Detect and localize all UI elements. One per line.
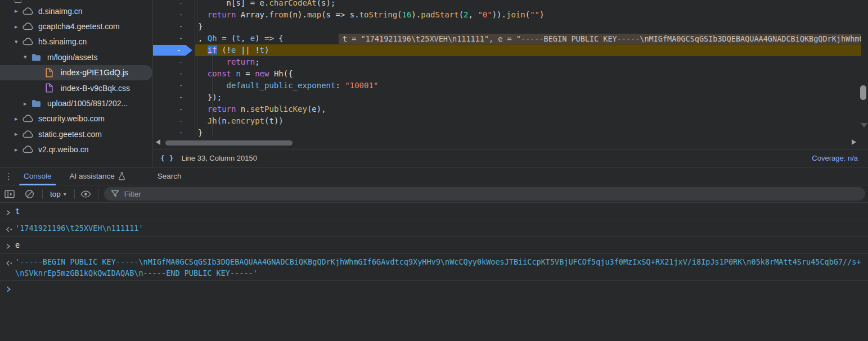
line-gutter[interactable]: - (153, 80, 195, 92)
pretty-print-button[interactable]: { } (160, 154, 173, 162)
chevron-down-icon[interactable]: ▾ (64, 191, 66, 197)
code-text[interactable]: default_public_exponent: "10001" (195, 80, 861, 92)
console-sidebar-icon[interactable] (5, 190, 15, 198)
code-token: Qh (208, 34, 217, 43)
code-token: ; (255, 57, 259, 66)
line-gutter[interactable]: - (153, 21, 195, 33)
chevron-right-icon[interactable]: ▸ (15, 7, 23, 15)
tree-item-label: security.weibo.com (38, 114, 105, 123)
hscroll-right-arrow-icon[interactable] (852, 139, 856, 145)
line-gutter[interactable]: - (153, 44, 195, 56)
code-editor[interactable]: - n[s] = e.charCodeAt(s);- return Array.… (153, 0, 868, 167)
code-text[interactable]: } (195, 127, 861, 139)
console-result-message: '1741921196\t25XVEH\n111111' (0, 220, 868, 237)
line-gutter[interactable]: - (153, 0, 195, 9)
code-token: const (208, 69, 231, 78)
line-gutter[interactable]: - (153, 56, 195, 68)
tree-item-gcaptcha4-geetest-com[interactable]: ▸gcaptcha4.geetest.com (0, 19, 152, 34)
code-text[interactable]: } (195, 21, 861, 33)
code-line[interactable]: -} (153, 127, 861, 139)
chevron-down-icon[interactable]: ▾ (15, 38, 23, 46)
code-text[interactable]: if (!e || !t) (195, 44, 861, 56)
coverage-link[interactable]: Coverage: n/a (812, 154, 858, 162)
tab-ai-assistance[interactable]: AI assistance (65, 167, 130, 185)
kebab-menu-icon[interactable]: ⋮ (5, 171, 12, 181)
vscroll-down-arrow-icon[interactable] (861, 123, 867, 128)
code-token: || ! (236, 46, 259, 54)
code-text[interactable]: Jh(n.encrypt(t)) (195, 115, 861, 127)
context-selector[interactable]: top (50, 190, 61, 198)
line-gutter[interactable]: - (153, 103, 195, 115)
code-token: = (241, 69, 255, 78)
chevron-right-icon[interactable]: ▸ (15, 146, 23, 153)
tree-item-index-b-v9cbqk-css[interactable]: index-B-v9cBqk.css (0, 80, 152, 96)
line-gutter[interactable]: - (153, 115, 195, 127)
hscroll-left-arrow-icon[interactable] (156, 139, 160, 145)
code-token: t (236, 34, 240, 43)
tab-search[interactable]: Search (153, 167, 186, 185)
sources-panel: ▸d.sinaimg.cn▸gcaptcha4.geetest.com▾h5.s… (0, 0, 868, 167)
line-gutter[interactable]: - (153, 68, 195, 80)
tree-item-label: d.sinaimg.cn (38, 7, 83, 16)
code-token: n[s] = e. (227, 0, 269, 7)
code-line[interactable]: -} (153, 21, 861, 33)
console-toolbar: top ▾ Filter (0, 185, 868, 203)
code-text[interactable]: const n = new Hh({ (195, 68, 861, 80)
code-text[interactable]: return; (195, 56, 861, 68)
hscroll-thumb[interactable] (165, 140, 293, 146)
tree-item-static-geetest-com[interactable]: ▸static.geetest.com (0, 126, 152, 142)
tree-item-label: h5.sinaimg.cn (38, 37, 87, 46)
code-token: ) => { (255, 34, 284, 43)
console-result-icon (0, 222, 15, 235)
toolbar-divider (98, 189, 98, 199)
line-gutter[interactable]: - (153, 33, 195, 44)
cursor-position-label: Line 33, Column 20150 (181, 154, 257, 162)
console-prompt[interactable] (0, 281, 868, 295)
tab-label: AI assistance (70, 172, 115, 180)
tree-item-label: index-gPIE1GdQ.js (61, 68, 128, 77)
chevron-right-icon[interactable]: ▸ (15, 115, 23, 122)
code-token: from (269, 10, 288, 19)
code-text[interactable]: , Qh = (t, e) => {t = "1741921196\t25XVE… (195, 33, 861, 44)
code-line[interactable]: - return; (153, 56, 861, 68)
code-text[interactable]: return n.setPublicKey(e), (195, 103, 861, 115)
clear-console-icon[interactable] (25, 189, 34, 199)
line-gutter[interactable]: - (153, 92, 195, 103)
code-line[interactable]: - return Array.from(n).map(s => s.toStri… (153, 9, 861, 21)
tree-item-security-weibo-com[interactable]: ▸security.weibo.com (0, 111, 152, 126)
tree-item-v2-qr-weibo-cn[interactable]: ▸v2.qr.weibo.cn (0, 142, 152, 157)
tab-label: Console (24, 172, 52, 180)
chevron-right-icon[interactable]: ▸ (24, 100, 32, 107)
code-token: join (506, 10, 525, 19)
code-line[interactable]: - }); (153, 92, 861, 103)
tree-item-h5-sinaimg-cn[interactable]: ▾h5.sinaimg.cn (0, 34, 152, 49)
code-token: (s); (317, 0, 336, 7)
eye-icon[interactable] (80, 190, 91, 198)
line-gutter[interactable]: - (153, 127, 195, 139)
tree-item-upload-1005-891-202-[interactable]: ▸upload/1005/891/202... (0, 96, 152, 111)
tree-item-index-gpie1gdq-js[interactable]: index-gPIE1GdQ.js (0, 65, 152, 80)
code-line[interactable]: - const n = new Hh({ (153, 68, 861, 80)
tree-item-m-login-assets[interactable]: ▾m/login/assets (0, 49, 152, 65)
code-line[interactable]: - n[s] = e.charCodeAt(s); (153, 0, 861, 9)
code-text[interactable]: n[s] = e.charCodeAt(s); (195, 0, 861, 9)
code-token: 16 (402, 10, 412, 19)
code-line[interactable]: - Jh(n.encrypt(t)) (153, 115, 861, 127)
chevron-down-icon[interactable]: ▾ (24, 53, 32, 61)
chevron-right-icon[interactable]: ▸ (15, 23, 23, 30)
chevron-right-icon[interactable]: ▸ (15, 130, 23, 138)
code-text[interactable]: }); (195, 92, 861, 103)
tree-item-d-sinaimg-cn[interactable]: ▸d.sinaimg.cn (0, 3, 152, 19)
code-line[interactable]: - if (!e || !t) (153, 44, 861, 56)
devtools-window: { "colors": { "accent_blue": "#7cacf8", … (0, 0, 868, 341)
code-text[interactable]: return Array.from(n).map(s => s.toString… (195, 9, 861, 21)
drawer-tab-bar: ⋮ Console AI assistance Search (0, 167, 868, 185)
filter-input[interactable]: Filter (104, 187, 865, 201)
code-line[interactable]: - return n.setPublicKey(e), (153, 103, 861, 115)
code-line[interactable]: -, Qh = (t, e) => {t = "1741921196\t25XV… (153, 33, 861, 44)
code-line[interactable]: - default_public_exponent: "10001" (153, 80, 861, 92)
js-file-icon (45, 68, 57, 78)
line-gutter[interactable]: - (153, 9, 195, 21)
vscroll-thumb[interactable] (860, 85, 866, 100)
tab-console[interactable]: Console (19, 167, 56, 185)
